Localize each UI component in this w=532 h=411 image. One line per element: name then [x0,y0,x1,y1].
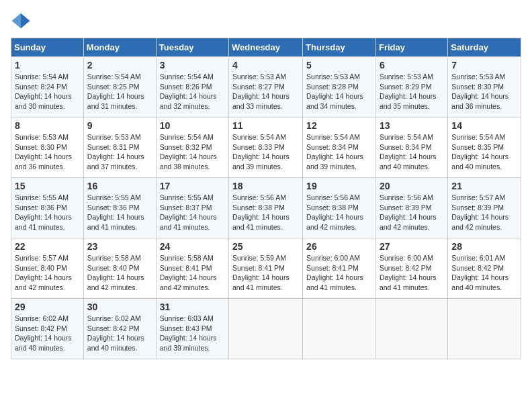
day-number: 17 [160,181,225,191]
calendar-cell: 12Sunrise: 5:54 AMSunset: 8:34 PMDayligh… [303,118,376,178]
day-info: Sunrise: 5:59 AMSunset: 8:41 PMDaylight:… [232,253,299,293]
calendar-cell: 24Sunrise: 5:58 AMSunset: 8:41 PMDayligh… [156,238,228,299]
day-info: Sunrise: 6:01 AMSunset: 8:42 PMDaylight:… [451,253,517,293]
calendar-header-wednesday: Wednesday [229,38,303,57]
calendar-cell: 3Sunrise: 5:54 AMSunset: 8:26 PMDaylight… [156,57,228,118]
day-number: 9 [87,120,152,131]
day-info: Sunrise: 5:55 AMSunset: 8:36 PMDaylight:… [15,193,80,232]
svg-marker-0 [21,13,30,29]
calendar-cell: 6Sunrise: 5:53 AMSunset: 8:29 PMDaylight… [375,57,447,118]
day-number: 24 [160,241,225,252]
day-number: 26 [306,241,372,252]
day-info: Sunrise: 5:57 AMSunset: 8:39 PMDaylight:… [451,193,517,232]
calendar-cell: 22Sunrise: 5:57 AMSunset: 8:40 PMDayligh… [11,238,84,299]
day-info: Sunrise: 5:53 AMSunset: 8:29 PMDaylight:… [380,72,444,111]
svg-marker-1 [12,13,21,29]
calendar-cell: 28Sunrise: 6:01 AMSunset: 8:42 PMDayligh… [448,238,521,299]
calendar-cell: 10Sunrise: 5:54 AMSunset: 8:32 PMDayligh… [156,118,228,178]
day-info: Sunrise: 5:55 AMSunset: 8:37 PMDaylight:… [160,193,225,232]
day-number: 20 [380,181,444,191]
calendar-header-tuesday: Tuesday [156,38,228,57]
day-number: 22 [15,241,80,252]
day-info: Sunrise: 5:54 AMSunset: 8:24 PMDaylight:… [15,72,80,111]
day-info: Sunrise: 6:02 AMSunset: 8:42 PMDaylight:… [87,314,152,353]
day-number: 2 [87,60,152,71]
day-number: 13 [380,120,444,131]
calendar-cell [375,299,447,359]
calendar-header-thursday: Thursday [303,38,376,57]
calendar-cell: 18Sunrise: 5:56 AMSunset: 8:38 PMDayligh… [229,178,303,238]
day-number: 19 [306,181,372,191]
day-number: 4 [232,60,299,71]
day-info: Sunrise: 5:56 AMSunset: 8:39 PMDaylight:… [380,193,444,232]
calendar-cell: 31Sunrise: 6:03 AMSunset: 8:43 PMDayligh… [156,299,228,359]
calendar-cell [303,299,376,359]
logo [11,11,34,31]
calendar-cell: 23Sunrise: 5:58 AMSunset: 8:40 PMDayligh… [83,238,156,299]
calendar-cell: 26Sunrise: 6:00 AMSunset: 8:41 PMDayligh… [303,238,376,299]
day-info: Sunrise: 5:56 AMSunset: 8:38 PMDaylight:… [232,193,299,232]
day-info: Sunrise: 5:54 AMSunset: 8:32 PMDaylight:… [160,132,225,172]
calendar-cell: 21Sunrise: 5:57 AMSunset: 8:39 PMDayligh… [448,178,521,238]
calendar-week-row: 22Sunrise: 5:57 AMSunset: 8:40 PMDayligh… [11,238,521,299]
calendar-cell: 13Sunrise: 5:54 AMSunset: 8:34 PMDayligh… [375,118,447,178]
day-number: 27 [380,241,444,252]
calendar-header-sunday: Sunday [11,38,84,57]
day-number: 14 [451,120,517,131]
day-number: 16 [87,181,152,191]
day-info: Sunrise: 5:54 AMSunset: 8:25 PMDaylight:… [87,72,152,111]
calendar-week-row: 15Sunrise: 5:55 AMSunset: 8:36 PMDayligh… [11,178,521,238]
day-number: 1 [15,60,80,71]
day-info: Sunrise: 5:53 AMSunset: 8:30 PMDaylight:… [451,72,517,111]
day-number: 30 [87,302,152,312]
day-number: 21 [451,181,517,191]
calendar-cell: 16Sunrise: 5:55 AMSunset: 8:36 PMDayligh… [83,178,156,238]
calendar-cell [229,299,303,359]
calendar-cell: 4Sunrise: 5:53 AMSunset: 8:27 PMDaylight… [229,57,303,118]
day-info: Sunrise: 5:53 AMSunset: 8:30 PMDaylight:… [15,132,80,172]
day-number: 25 [232,241,299,252]
calendar-cell: 14Sunrise: 5:54 AMSunset: 8:35 PMDayligh… [448,118,521,178]
calendar-cell: 25Sunrise: 5:59 AMSunset: 8:41 PMDayligh… [229,238,303,299]
day-info: Sunrise: 5:54 AMSunset: 8:26 PMDaylight:… [160,72,225,111]
calendar-cell: 30Sunrise: 6:02 AMSunset: 8:42 PMDayligh… [83,299,156,359]
calendar-header-saturday: Saturday [448,38,521,57]
calendar-week-row: 8Sunrise: 5:53 AMSunset: 8:30 PMDaylight… [11,118,521,178]
calendar-cell: 7Sunrise: 5:53 AMSunset: 8:30 PMDaylight… [448,57,521,118]
calendar-cell: 29Sunrise: 6:02 AMSunset: 8:42 PMDayligh… [11,299,84,359]
calendar-cell: 8Sunrise: 5:53 AMSunset: 8:30 PMDaylight… [11,118,84,178]
day-number: 29 [15,302,80,312]
day-info: Sunrise: 5:58 AMSunset: 8:40 PMDaylight:… [87,253,152,293]
day-info: Sunrise: 6:00 AMSunset: 8:42 PMDaylight:… [380,253,444,293]
logo-icon [11,11,31,31]
calendar-header-row: SundayMondayTuesdayWednesdayThursdayFrid… [11,38,521,57]
day-number: 10 [160,120,225,131]
day-number: 8 [15,120,80,131]
calendar-header-monday: Monday [83,38,156,57]
day-number: 28 [451,241,517,252]
day-info: Sunrise: 6:02 AMSunset: 8:42 PMDaylight:… [15,314,80,353]
calendar-cell: 27Sunrise: 6:00 AMSunset: 8:42 PMDayligh… [375,238,447,299]
day-number: 11 [232,120,299,131]
day-info: Sunrise: 5:56 AMSunset: 8:38 PMDaylight:… [306,193,372,232]
calendar-week-row: 29Sunrise: 6:02 AMSunset: 8:42 PMDayligh… [11,299,521,359]
day-number: 12 [306,120,372,131]
day-info: Sunrise: 5:53 AMSunset: 8:27 PMDaylight:… [232,72,299,111]
calendar-header-friday: Friday [375,38,447,57]
calendar-cell: 1Sunrise: 5:54 AMSunset: 8:24 PMDaylight… [11,57,84,118]
calendar-cell: 20Sunrise: 5:56 AMSunset: 8:39 PMDayligh… [375,178,447,238]
calendar-cell: 19Sunrise: 5:56 AMSunset: 8:38 PMDayligh… [303,178,376,238]
day-info: Sunrise: 5:58 AMSunset: 8:41 PMDaylight:… [160,253,225,293]
day-info: Sunrise: 5:54 AMSunset: 8:35 PMDaylight:… [451,132,517,172]
calendar-cell: 5Sunrise: 5:53 AMSunset: 8:28 PMDaylight… [303,57,376,118]
calendar-cell: 9Sunrise: 5:53 AMSunset: 8:31 PMDaylight… [83,118,156,178]
day-number: 18 [232,181,299,191]
day-info: Sunrise: 5:53 AMSunset: 8:31 PMDaylight:… [87,132,152,172]
calendar-table: SundayMondayTuesdayWednesdayThursdayFrid… [11,38,521,359]
day-info: Sunrise: 5:54 AMSunset: 8:34 PMDaylight:… [380,132,444,172]
day-number: 3 [160,60,225,71]
day-number: 15 [15,181,80,191]
day-info: Sunrise: 5:55 AMSunset: 8:36 PMDaylight:… [87,193,152,232]
page-header [11,11,521,31]
day-number: 6 [380,60,444,71]
